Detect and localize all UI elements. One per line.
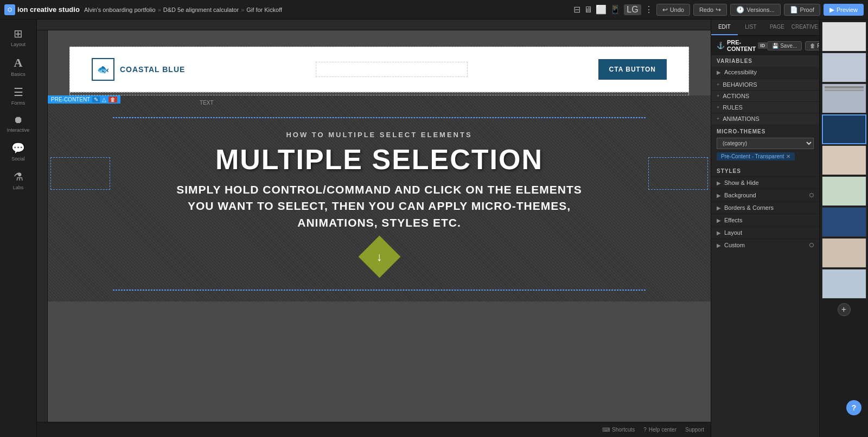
selection-top [113, 117, 646, 118]
mobile-icon[interactable]: 📱 [610, 4, 621, 15]
thumbnail-5[interactable] [822, 145, 866, 175]
undo-icon: ↩ [662, 6, 668, 14]
breadcrumb-item-2[interactable]: D&D 5e alignment calculator [163, 7, 239, 13]
undo-button[interactable]: ↩ Undo [656, 4, 690, 16]
effects-row[interactable]: ▶ Effects [711, 214, 819, 226]
selection-right [648, 157, 708, 190]
labs-sidebar-icon: ⚗ [14, 170, 23, 183]
pre-content-label-text: PRE-CONTENT [51, 97, 90, 102]
top-bar: ⬡ ion creative studio Alvin's onboarding… [0, 0, 868, 20]
preview-label: Preview [837, 7, 858, 13]
cta-button[interactable]: CTA BUTTON [598, 59, 667, 80]
thumbnail-7[interactable] [822, 207, 866, 237]
plus-rules-icon: + [717, 105, 719, 110]
forms-sidebar-icon: ☰ [14, 86, 23, 99]
thumbnail-8[interactable] [822, 238, 866, 268]
help-center-link[interactable]: ? Help center [643, 427, 676, 433]
thumbnail-4[interactable] [822, 114, 866, 144]
custom-row[interactable]: ▶ Custom [711, 239, 819, 251]
shortcuts-label: Shortcuts [612, 427, 635, 433]
tag-label: Pre-Content - Transparent [721, 153, 784, 159]
right-panel: EDIT LIST PAGE CREATIVE ⚓ PRE-CONTENT ID… [711, 20, 819, 437]
preview-button[interactable]: ▶ Preview [824, 4, 864, 16]
desktop-icon[interactable]: 🖥 [584, 5, 592, 15]
layout-icon[interactable]: ⊟ [573, 4, 580, 15]
chevron-custom-icon: ▶ [717, 242, 721, 248]
redo-button[interactable]: Redo ↪ [693, 4, 727, 16]
proof-button[interactable]: 📄 Proof [784, 4, 820, 16]
thumbnail-9[interactable] [822, 269, 866, 299]
more-icon[interactable]: ⋮ [644, 4, 653, 15]
micro-themes-section: MICRO-THEMES (category) Pre-Content - Tr… [711, 124, 819, 165]
shortcuts-link[interactable]: ⌨ Shortcuts [602, 427, 635, 433]
add-thumbnail-button[interactable]: + [838, 303, 851, 316]
redo-icon: ↪ [716, 6, 721, 14]
right-thumbnails: + [819, 20, 868, 437]
save-button[interactable]: 💾 Save... [767, 41, 802, 50]
chevron-show-hide-icon: ▶ [717, 180, 721, 186]
section-title-area: ⚓ PRE-CONTENT ID [717, 39, 767, 52]
plus-animations-icon: + [717, 116, 719, 121]
behaviors-row[interactable]: + BEHAVIORS [711, 79, 819, 90]
micro-theme-category-select[interactable]: (category) [717, 138, 814, 149]
canvas-area: 🐟 COASTAL BLUE CTA BUTTON PRE-CONTENT ✎ … [37, 20, 711, 437]
breadcrumb-item-3[interactable]: Gif for Kickoff [246, 7, 282, 13]
versions-button[interactable]: 🕐 Versions... [730, 4, 780, 16]
thumbnail-1[interactable] [822, 22, 866, 52]
id-badge: ID [758, 42, 767, 49]
selection-left [50, 157, 110, 190]
background-row[interactable]: ▶ Background [711, 189, 819, 201]
pre-content-edit-icon[interactable]: ✎ [92, 97, 100, 102]
chevron-effects-icon: ▶ [717, 217, 721, 223]
styles-title: STYLES [711, 165, 819, 176]
accessibility-row[interactable]: ▶ Accessibility [711, 67, 819, 78]
tab-edit[interactable]: EDIT [711, 20, 738, 35]
rules-row[interactable]: + RULES [711, 101, 819, 113]
animations-row[interactable]: + ANIMATIONS [711, 113, 819, 124]
versions-label: Versions... [746, 7, 774, 13]
chevron-background-icon: ▶ [717, 192, 721, 198]
pre-content-up-icon[interactable]: △ [102, 97, 106, 102]
actions-row[interactable]: + ACTIONS [711, 90, 819, 101]
tablet-icon[interactable]: ⬜ [596, 4, 607, 15]
lg-badge[interactable]: LG [624, 4, 641, 15]
save-label: Save... [780, 43, 797, 49]
borders-corners-row[interactable]: ▶ Borders & Corners [711, 201, 819, 214]
save-icon: 💾 [772, 43, 778, 49]
thumbnail-3[interactable] [822, 83, 866, 113]
help-button[interactable]: ? [846, 400, 861, 415]
breadcrumb-item-1[interactable]: Alvin's onboarding portfolio [84, 7, 156, 13]
tag-close-icon[interactable]: ✕ [786, 153, 790, 159]
pre-content-delete-icon[interactable]: 🗑 [108, 97, 117, 102]
chevron-layout-icon: ▶ [717, 230, 721, 236]
selection-bottom [113, 290, 646, 291]
logo-box: 🐟 [92, 58, 114, 81]
header-section: 🐟 COASTAL BLUE CTA BUTTON [69, 47, 689, 92]
sidebar-item-forms[interactable]: ☰ Forms [3, 82, 34, 109]
plus-actions-icon: + [717, 93, 719, 99]
tab-page[interactable]: PAGE [764, 20, 790, 35]
show-hide-row[interactable]: ▶ Show & Hide [711, 176, 819, 189]
how-to-text: HOW TO MULTIPLE SELECT ELEMENTS [162, 131, 596, 139]
body-text: SIMPLY HOLD CONTROL/COMMAND AND CLICK ON… [162, 182, 596, 231]
main-heading: MULTIPLE SELECTION [162, 144, 596, 175]
thumbnail-2[interactable] [822, 53, 866, 82]
canvas-wrapper[interactable]: 🐟 COASTAL BLUE CTA BUTTON PRE-CONTENT ✎ … [48, 30, 711, 422]
text-label: TEXT [200, 100, 214, 106]
tab-list[interactable]: LIST [738, 20, 764, 35]
support-link[interactable]: Support [685, 427, 704, 433]
sidebar-item-layout[interactable]: ⊞ Layout [3, 24, 34, 50]
micro-theme-tag-transparent: Pre-Content - Transparent ✕ [717, 152, 795, 160]
sidebar-item-interactive[interactable]: ⏺ Interactive [3, 111, 34, 136]
sidebar-item-social[interactable]: 💬 Social [3, 138, 34, 165]
sidebar-item-labs[interactable]: ⚗ Labs [3, 167, 34, 194]
dark-section: TEXT HOW TO MULTIPLE SELECT ELEMENTS MUL… [48, 95, 711, 301]
interactive-sidebar-icon: ⏺ [14, 114, 23, 126]
sidebar-item-basics[interactable]: A Basics [3, 53, 34, 80]
nav-placeholder [316, 62, 468, 77]
tab-creative[interactable]: CREATIVE [790, 20, 819, 35]
layout-row[interactable]: ▶ Layout [711, 226, 819, 239]
micro-theme-tags: Pre-Content - Transparent ✕ [717, 152, 814, 160]
thumbnail-6[interactable] [822, 176, 866, 206]
dark-section-content: HOW TO MULTIPLE SELECT ELEMENTS MULTIPLE… [162, 131, 596, 272]
